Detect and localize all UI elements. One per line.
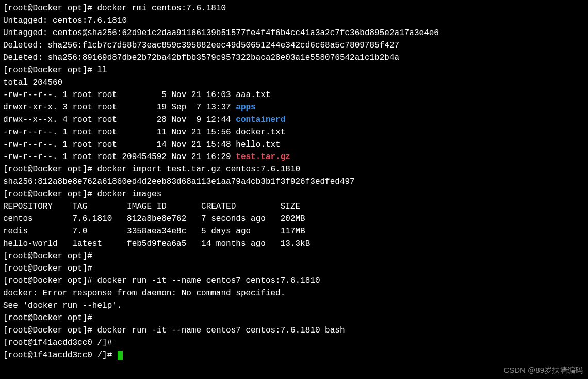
prompt: [root@Docker opt]# <box>3 264 97 273</box>
ls-row-prefix: drwxr-xr-x. 3 root root 19 Sep 7 13:37 <box>3 103 236 112</box>
command-rmi: docker rmi centos:7.6.1810 <box>97 4 226 13</box>
terminal-line: [root@Docker opt]# docker images <box>3 188 585 200</box>
terminal-line: [root@Docker opt]# ll <box>3 64 585 76</box>
table-header: REPOSITORY TAG IMAGE ID CREATED SIZE <box>3 200 585 213</box>
ls-row-prefix: -rw-r--r--. 1 root root 209454592 Nov 21… <box>3 152 236 162</box>
terminal-line: [root@Docker opt]# docker run -it --name… <box>3 324 585 337</box>
output-line: Deleted: sha256:89169d87dbe2b72ba42bfbb3… <box>3 52 585 64</box>
prompt: [root@Docker opt]# <box>3 276 97 286</box>
output-line: -rw-r--r--. 1 root root 14 Nov 21 15:48 … <box>3 138 585 151</box>
output-line: -rw-r--r--. 1 root root 209454592 Nov 21… <box>3 151 585 163</box>
output-line: drwxr-xr-x. 3 root root 19 Sep 7 13:37 a… <box>3 101 585 114</box>
terminal-line: [root@Docker opt]# <box>3 262 585 275</box>
output-line: -rw-r--r--. 1 root root 11 Nov 21 15:56 … <box>3 126 585 138</box>
terminal-line-active[interactable]: [root@1f41acdd3cc0 /]# <box>3 349 585 361</box>
prompt: [root@Docker opt]# <box>3 326 97 335</box>
cursor-icon <box>118 351 123 360</box>
directory-name: containerd <box>236 115 285 124</box>
terminal-line: [root@Docker opt]# docker run -it --name… <box>3 275 585 287</box>
prompt: [root@Docker opt]# <box>3 190 97 199</box>
output-line: drwx--x--x. 4 root root 28 Nov 9 12:44 c… <box>3 114 585 126</box>
output-line: Untagged: centos@sha256:62d9e1c2daa91166… <box>3 27 585 39</box>
terminal-line: [root@Docker opt]# <box>3 250 585 262</box>
prompt-container: [root@1f41acdd3cc0 /]# <box>3 338 117 348</box>
prompt: [root@Docker opt]# <box>3 251 97 261</box>
table-row: hello-world latest feb5d9fea6a5 14 month… <box>3 238 585 250</box>
command-import: docker import test.tar.gz centos:7.6.181… <box>97 165 300 174</box>
command-images: docker images <box>97 190 161 199</box>
output-line: sha256:812a8be8e762a61860ed4d2eeb83d68a1… <box>3 176 585 188</box>
prompt-container: [root@1f41acdd3cc0 /]# <box>3 351 117 360</box>
output-line: Deleted: sha256:f1cb7c7d58b73eac859c3958… <box>3 39 585 52</box>
output-line: docker: Error response from daemon: No c… <box>3 287 585 299</box>
archive-name: test.tar.gz <box>236 152 290 162</box>
ls-row-prefix: drwx--x--x. 4 root root 28 Nov 9 12:44 <box>3 115 236 124</box>
terminal-line: [root@Docker opt]# docker rmi centos:7.6… <box>3 2 585 14</box>
table-row: centos 7.6.1810 812a8be8e762 7 seconds a… <box>3 213 585 225</box>
prompt: [root@Docker opt]# <box>3 66 97 75</box>
output-line: total 204560 <box>3 76 585 89</box>
table-row: redis 7.0 3358aea34e8c 5 days ago 117MB <box>3 225 585 238</box>
output-line: See 'docker run --help'. <box>3 299 585 312</box>
command-run: docker run -it --name centos7 centos:7.6… <box>97 276 320 286</box>
directory-name: apps <box>236 103 255 112</box>
command-run-bash: docker run -it --name centos7 centos:7.6… <box>97 326 345 335</box>
prompt: [root@Docker opt]# <box>3 4 97 13</box>
terminal-line: [root@Docker opt]# docker import test.ta… <box>3 163 585 176</box>
output-line: Untagged: centos:7.6.1810 <box>3 14 585 27</box>
command-ll: ll <box>97 66 107 75</box>
prompt: [root@Docker opt]# <box>3 165 97 174</box>
terminal-line: [root@1f41acdd3cc0 /]# <box>3 337 585 349</box>
prompt: [root@Docker opt]# <box>3 313 97 323</box>
output-line: -rw-r--r--. 1 root root 5 Nov 21 16:03 a… <box>3 89 585 101</box>
terminal-line: [root@Docker opt]# <box>3 312 585 324</box>
watermark: CSDN @89岁扶墙编码 <box>503 365 583 376</box>
